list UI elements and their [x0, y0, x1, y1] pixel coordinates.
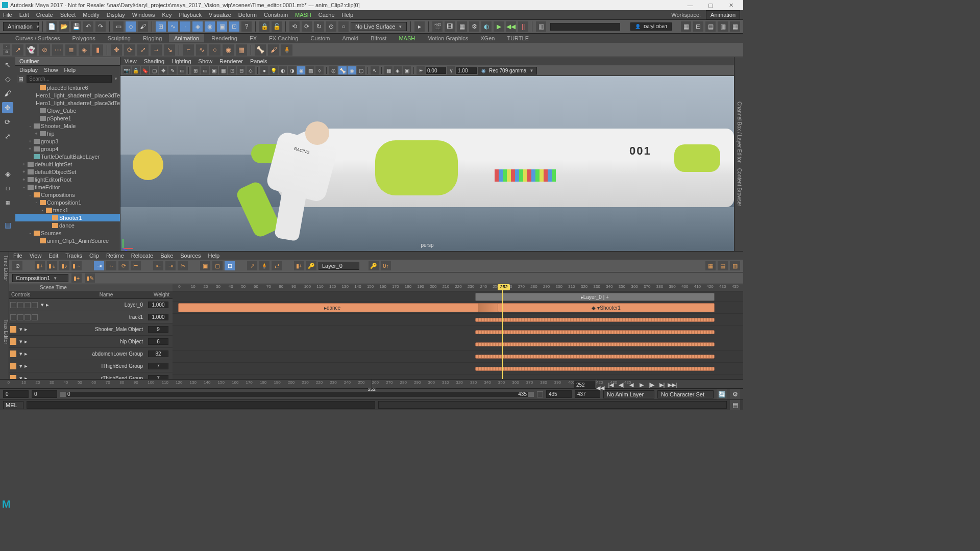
te-trim-start-button[interactable]: ⇤: [153, 261, 163, 270]
te-import-button[interactable]: ▮→: [71, 261, 82, 270]
expand-icon[interactable]: ▾: [19, 338, 22, 345]
shelf-tab-rendering[interactable]: Rendering: [206, 34, 242, 42]
shelf-aim-icon[interactable]: →: [151, 44, 162, 56]
subclip-lthigh[interactable]: [475, 355, 715, 359]
outliner-item[interactable]: +hip: [15, 130, 120, 137]
menu-visualize[interactable]: Visualize: [209, 12, 231, 18]
te-addlayer-button[interactable]: ▮+: [294, 261, 304, 270]
outliner-search-input[interactable]: [27, 75, 112, 83]
expander-icon[interactable]: +: [28, 139, 33, 144]
play-icon[interactable]: ▸: [24, 326, 28, 333]
vp-film-gate-button[interactable]: ▭: [178, 66, 186, 74]
expander-icon[interactable]: -: [40, 208, 45, 213]
step-forward-key-button[interactable]: ▶|: [657, 381, 667, 389]
sym-toggle-button[interactable]: ⊙: [326, 21, 336, 32]
te-layer-dropdown[interactable]: Layer_0: [318, 262, 359, 270]
clip-area[interactable]: ▸ Layer_0 | + ▸ dance ◆ ▾ Shooter1: [173, 291, 743, 375]
shelf-cluster-icon[interactable]: ◉: [223, 44, 234, 56]
subclip-hip[interactable]: [475, 330, 715, 334]
te-menu-bake[interactable]: Bake: [160, 253, 173, 259]
shelf-playblast-icon[interactable]: ◈: [79, 44, 90, 56]
shelf-ghost-icon[interactable]: 👻: [26, 44, 37, 56]
move-tool[interactable]: ✥: [2, 102, 13, 113]
shelf-tab-fx[interactable]: FX: [244, 34, 262, 42]
shelf-motiontrail-icon[interactable]: ⋯: [52, 44, 63, 56]
shelf-tab-curves[interactable]: Curves / Surfaces: [10, 34, 65, 42]
expand-icon[interactable]: ▾: [19, 326, 22, 333]
expander-icon[interactable]: -: [21, 185, 27, 190]
te-menu-file[interactable]: File: [13, 253, 22, 259]
subclip-rthigh[interactable]: [475, 367, 715, 371]
minimize-button[interactable]: —: [680, 2, 700, 8]
menu-select[interactable]: Select: [60, 12, 76, 18]
autokey-button[interactable]: 🔄: [717, 389, 727, 399]
new-scene-button[interactable]: 📄: [46, 21, 57, 32]
vp-select-camera-button[interactable]: 📷: [122, 66, 131, 74]
te-scale-button[interactable]: ↔: [106, 261, 116, 270]
te-mute-button[interactable]: ⊘: [12, 261, 22, 270]
open-scene-button[interactable]: 📂: [59, 21, 69, 32]
sym-x-button[interactable]: ⟲: [289, 21, 300, 32]
shelf-joint-icon[interactable]: ○: [209, 44, 220, 56]
last-tool[interactable]: ◈: [2, 168, 13, 180]
te-newcomp-button[interactable]: ▮+: [71, 273, 82, 283]
attribute-editor-button[interactable]: ▤: [705, 21, 716, 32]
lasso-select-button[interactable]: ◇: [126, 21, 136, 32]
te-menu-view[interactable]: View: [30, 253, 42, 259]
snap-point-button[interactable]: ·: [180, 21, 190, 32]
te-keylayer-button[interactable]: 🔑: [306, 261, 316, 270]
track-mute-solo-button[interactable]: [10, 302, 16, 308]
te-editcomp-button[interactable]: ▮✎: [85, 273, 95, 283]
live-surface-dropdown[interactable]: No Live Surface▼: [351, 22, 407, 31]
track-weight-input[interactable]: [148, 314, 168, 320]
outliner-item[interactable]: Glow_Cube: [15, 107, 120, 114]
outliner-filter-icon[interactable]: ⊞: [17, 76, 24, 83]
menu-key[interactable]: Key: [162, 12, 172, 18]
play-icon[interactable]: ▸: [24, 350, 28, 357]
menu-mash[interactable]: MASH: [295, 12, 311, 18]
vp-lock-camera-button[interactable]: 🔒: [132, 66, 140, 74]
outliner-item[interactable]: -track1: [15, 206, 120, 214]
range-lock-button[interactable]: [537, 391, 543, 397]
vp-dof-button[interactable]: ◉: [348, 66, 356, 74]
vp-menu-lighting[interactable]: Lighting: [172, 58, 191, 64]
te-addpose-button[interactable]: ▮⇣: [47, 261, 57, 270]
close-button[interactable]: ✕: [721, 2, 741, 9]
current-frame-input[interactable]: [574, 381, 595, 389]
track-weight-input[interactable]: [148, 302, 168, 308]
menu-modify[interactable]: Modify: [83, 12, 99, 18]
clip-layer0[interactable]: ▸ Layer_0 | +: [475, 293, 715, 301]
te-menu-relocate[interactable]: Relocate: [131, 253, 153, 259]
subclip-shooter-male[interactable]: [475, 318, 715, 322]
vp-xray-button[interactable]: ◊: [315, 66, 324, 74]
composition-dropdown[interactable]: Composition1▼: [12, 274, 68, 282]
modeling-toolkit-button[interactable]: ▦: [681, 21, 691, 32]
outliner-item[interactable]: TurtleDefaultBakeLayer: [15, 153, 120, 160]
vp-menu-shading[interactable]: Shading: [144, 58, 164, 64]
track-row[interactable]: track1: [9, 311, 173, 323]
live-surface-help-icon[interactable]: ?: [241, 21, 252, 32]
viewport-3d[interactable]: 001 RACING persp: [120, 76, 734, 251]
character-set-dropdown[interactable]: No Character Set: [657, 390, 714, 398]
vp-wireframe-button[interactable]: ◇: [247, 66, 255, 74]
outliner-item[interactable]: -Composition1: [15, 198, 120, 206]
vp-use-lights-button[interactable]: 💡: [270, 66, 278, 74]
shelf-ik-icon[interactable]: ⌐: [183, 44, 194, 56]
vp-gamma-input[interactable]: [456, 67, 477, 74]
expander-icon[interactable]: +: [21, 162, 27, 167]
shelf-bake-icon[interactable]: ≣: [65, 44, 77, 56]
play-icon[interactable]: ▸: [24, 363, 28, 369]
human-ik-button[interactable]: ⊟: [693, 21, 703, 32]
vp-ao-button[interactable]: ◑: [288, 66, 296, 74]
account-badge[interactable]: 👤 Daryl Obert: [630, 22, 672, 31]
render-current-button[interactable]: 🎞: [445, 21, 455, 32]
track-mute-solo-button[interactable]: [24, 302, 31, 308]
vp-motion-blur-button[interactable]: ◉: [297, 66, 305, 74]
timeline-ruler[interactable]: 0102030405060708090100110120130140150160…: [173, 284, 743, 291]
ipr-render-button[interactable]: ▦: [457, 21, 467, 32]
construction-history-button[interactable]: ▸: [414, 21, 425, 32]
vp-menu-show[interactable]: Show: [199, 58, 213, 64]
outliner-item[interactable]: +lightEditorRoot: [15, 176, 120, 183]
vp-field-chart-button[interactable]: ▦: [219, 66, 227, 74]
track-mute-solo-button[interactable]: [32, 302, 38, 308]
